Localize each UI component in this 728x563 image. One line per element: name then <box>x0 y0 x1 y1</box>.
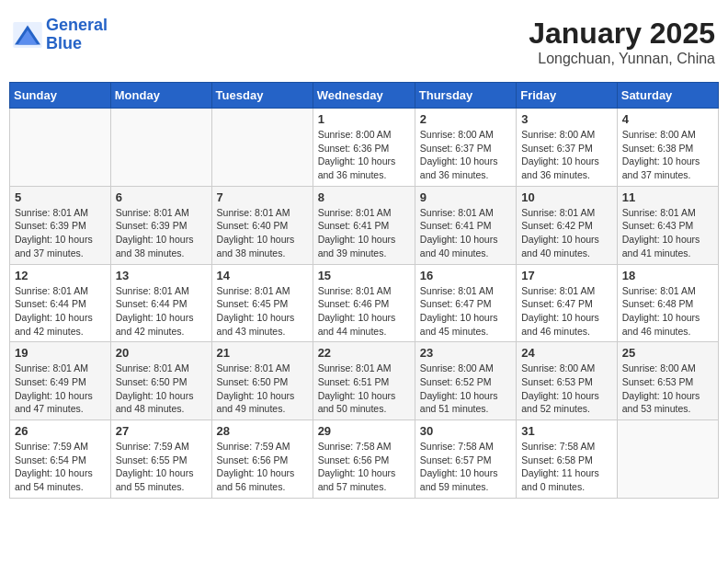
calendar-table: SundayMondayTuesdayWednesdayThursdayFrid… <box>9 82 719 499</box>
calendar-day-cell: 8Sunrise: 8:01 AMSunset: 6:41 PMDaylight… <box>313 186 415 264</box>
day-info: Sunrise: 8:01 AMSunset: 6:40 PMDaylight:… <box>217 206 308 260</box>
calendar-empty-cell <box>110 109 211 187</box>
title-block: January 2025 Longchuan, Yunnan, China <box>529 17 715 67</box>
day-info: Sunrise: 8:01 AMSunset: 6:45 PMDaylight:… <box>217 284 308 339</box>
day-number: 30 <box>420 424 511 438</box>
calendar-day-cell: 26Sunrise: 7:59 AMSunset: 6:54 PMDayligh… <box>10 420 111 499</box>
day-number: 29 <box>318 424 410 438</box>
day-number: 17 <box>521 269 612 282</box>
logo-line2: Blue <box>46 34 82 52</box>
day-number: 24 <box>521 346 612 360</box>
day-info: Sunrise: 7:59 AMSunset: 6:55 PMDaylight:… <box>116 440 207 494</box>
day-info: Sunrise: 7:58 AMSunset: 6:56 PMDaylight:… <box>318 440 410 494</box>
day-info: Sunrise: 8:01 AMSunset: 6:44 PMDaylight:… <box>116 284 207 339</box>
calendar-day-cell: 3Sunrise: 8:00 AMSunset: 6:37 PMDaylight… <box>517 109 618 187</box>
day-number: 31 <box>521 424 612 438</box>
calendar-week-row: 1Sunrise: 8:00 AMSunset: 6:36 PMDaylight… <box>10 109 719 187</box>
weekday-header-row: SundayMondayTuesdayWednesdayThursdayFrid… <box>10 83 719 109</box>
day-number: 5 <box>15 190 106 204</box>
calendar-day-cell: 7Sunrise: 8:01 AMSunset: 6:40 PMDaylight… <box>211 186 313 264</box>
day-number: 21 <box>217 346 308 360</box>
calendar-day-cell: 6Sunrise: 8:01 AMSunset: 6:39 PMDaylight… <box>110 186 211 264</box>
calendar-day-cell: 16Sunrise: 8:01 AMSunset: 6:47 PMDayligh… <box>415 264 516 342</box>
weekday-header-tuesday: Tuesday <box>211 83 313 109</box>
day-number: 4 <box>622 112 713 126</box>
day-number: 27 <box>116 424 207 438</box>
calendar-day-cell: 30Sunrise: 7:58 AMSunset: 6:57 PMDayligh… <box>415 420 516 499</box>
calendar-day-cell: 31Sunrise: 7:58 AMSunset: 6:58 PMDayligh… <box>517 420 618 499</box>
calendar-day-cell: 19Sunrise: 8:01 AMSunset: 6:49 PMDayligh… <box>10 342 111 420</box>
day-number: 8 <box>318 190 410 204</box>
calendar-day-cell: 10Sunrise: 8:01 AMSunset: 6:42 PMDayligh… <box>517 186 618 264</box>
day-info: Sunrise: 8:01 AMSunset: 6:50 PMDaylight:… <box>116 362 207 416</box>
weekday-header-monday: Monday <box>110 83 211 109</box>
calendar-day-cell: 18Sunrise: 8:01 AMSunset: 6:48 PMDayligh… <box>617 264 718 342</box>
day-number: 7 <box>217 190 308 204</box>
day-number: 16 <box>420 269 511 282</box>
day-number: 19 <box>15 346 106 360</box>
calendar-empty-cell <box>211 109 313 187</box>
logo-text: General Blue <box>46 17 108 53</box>
day-number: 28 <box>217 424 308 438</box>
day-info: Sunrise: 7:59 AMSunset: 6:56 PMDaylight:… <box>217 440 308 494</box>
day-number: 11 <box>622 190 713 204</box>
day-number: 10 <box>521 190 612 204</box>
day-number: 6 <box>116 190 207 204</box>
day-info: Sunrise: 8:01 AMSunset: 6:47 PMDaylight:… <box>420 284 511 339</box>
logo: General Blue <box>13 17 108 53</box>
day-number: 3 <box>521 112 612 126</box>
day-info: Sunrise: 8:00 AMSunset: 6:38 PMDaylight:… <box>622 128 713 182</box>
calendar-day-cell: 20Sunrise: 8:01 AMSunset: 6:50 PMDayligh… <box>110 342 211 420</box>
calendar-day-cell: 28Sunrise: 7:59 AMSunset: 6:56 PMDayligh… <box>211 420 313 499</box>
day-info: Sunrise: 8:01 AMSunset: 6:44 PMDaylight:… <box>15 284 106 339</box>
weekday-header-wednesday: Wednesday <box>313 83 415 109</box>
calendar-week-row: 26Sunrise: 7:59 AMSunset: 6:54 PMDayligh… <box>10 420 719 499</box>
calendar-day-cell: 13Sunrise: 8:01 AMSunset: 6:44 PMDayligh… <box>110 264 211 342</box>
day-info: Sunrise: 8:00 AMSunset: 6:53 PMDaylight:… <box>622 362 713 416</box>
calendar-week-row: 5Sunrise: 8:01 AMSunset: 6:39 PMDaylight… <box>10 186 719 264</box>
day-info: Sunrise: 8:01 AMSunset: 6:43 PMDaylight:… <box>622 206 713 260</box>
day-number: 26 <box>15 424 106 438</box>
day-info: Sunrise: 8:01 AMSunset: 6:41 PMDaylight:… <box>420 206 511 260</box>
logo-line1: General <box>46 16 108 34</box>
calendar-day-cell: 21Sunrise: 8:01 AMSunset: 6:50 PMDayligh… <box>211 342 313 420</box>
weekday-header-sunday: Sunday <box>10 83 111 109</box>
day-info: Sunrise: 8:01 AMSunset: 6:48 PMDaylight:… <box>622 284 713 339</box>
calendar-day-cell: 27Sunrise: 7:59 AMSunset: 6:55 PMDayligh… <box>110 420 211 499</box>
calendar-week-row: 12Sunrise: 8:01 AMSunset: 6:44 PMDayligh… <box>10 264 719 342</box>
calendar-day-cell: 4Sunrise: 8:00 AMSunset: 6:38 PMDaylight… <box>617 109 718 187</box>
calendar-day-cell: 23Sunrise: 8:00 AMSunset: 6:52 PMDayligh… <box>415 342 516 420</box>
day-info: Sunrise: 8:01 AMSunset: 6:42 PMDaylight:… <box>521 206 612 260</box>
day-number: 18 <box>622 269 713 282</box>
day-info: Sunrise: 7:58 AMSunset: 6:58 PMDaylight:… <box>521 440 612 494</box>
day-number: 2 <box>420 112 511 126</box>
calendar-day-cell: 24Sunrise: 8:00 AMSunset: 6:53 PMDayligh… <box>517 342 618 420</box>
calendar-day-cell: 2Sunrise: 8:00 AMSunset: 6:37 PMDaylight… <box>415 109 516 187</box>
day-number: 20 <box>116 346 207 360</box>
day-info: Sunrise: 8:01 AMSunset: 6:47 PMDaylight:… <box>521 284 612 339</box>
weekday-header-friday: Friday <box>517 83 618 109</box>
day-info: Sunrise: 8:01 AMSunset: 6:41 PMDaylight:… <box>318 206 410 260</box>
day-info: Sunrise: 8:01 AMSunset: 6:51 PMDaylight:… <box>318 362 410 416</box>
day-number: 14 <box>217 269 308 282</box>
day-info: Sunrise: 8:01 AMSunset: 6:46 PMDaylight:… <box>318 284 410 339</box>
day-info: Sunrise: 8:01 AMSunset: 6:49 PMDaylight:… <box>15 362 106 416</box>
day-info: Sunrise: 8:00 AMSunset: 6:37 PMDaylight:… <box>420 128 511 182</box>
day-number: 22 <box>318 346 410 360</box>
calendar-day-cell: 1Sunrise: 8:00 AMSunset: 6:36 PMDaylight… <box>313 109 415 187</box>
day-number: 25 <box>622 346 713 360</box>
day-number: 23 <box>420 346 511 360</box>
calendar-day-cell: 22Sunrise: 8:01 AMSunset: 6:51 PMDayligh… <box>313 342 415 420</box>
calendar-empty-cell <box>617 420 718 499</box>
day-number: 15 <box>318 269 410 282</box>
calendar-day-cell: 15Sunrise: 8:01 AMSunset: 6:46 PMDayligh… <box>313 264 415 342</box>
calendar-empty-cell <box>10 109 111 187</box>
calendar-day-cell: 29Sunrise: 7:58 AMSunset: 6:56 PMDayligh… <box>313 420 415 499</box>
calendar-day-cell: 14Sunrise: 8:01 AMSunset: 6:45 PMDayligh… <box>211 264 313 342</box>
day-number: 9 <box>420 190 511 204</box>
calendar-day-cell: 12Sunrise: 8:01 AMSunset: 6:44 PMDayligh… <box>10 264 111 342</box>
day-info: Sunrise: 7:58 AMSunset: 6:57 PMDaylight:… <box>420 440 511 494</box>
day-info: Sunrise: 8:00 AMSunset: 6:53 PMDaylight:… <box>521 362 612 416</box>
calendar-day-cell: 11Sunrise: 8:01 AMSunset: 6:43 PMDayligh… <box>617 186 718 264</box>
day-info: Sunrise: 8:01 AMSunset: 6:39 PMDaylight:… <box>15 206 106 260</box>
